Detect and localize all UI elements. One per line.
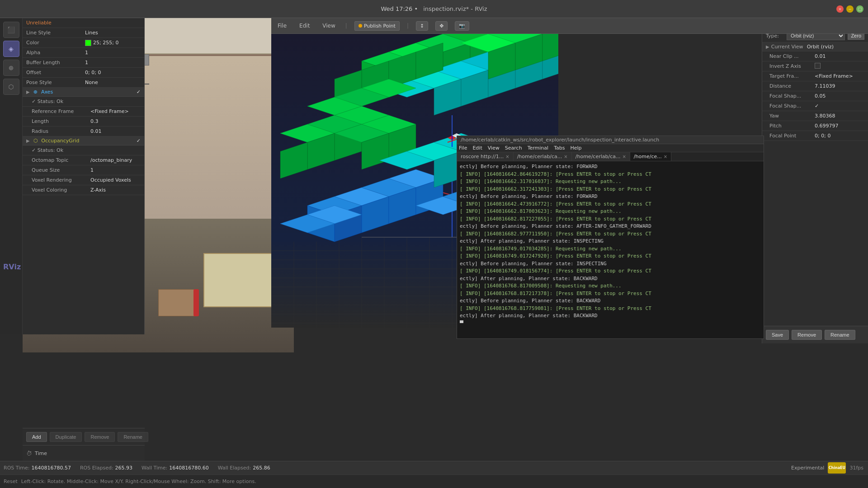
queue-size-value[interactable]: 1: [90, 167, 94, 173]
distance-value[interactable]: 7.11039: [815, 83, 835, 89]
wall-time-item: Wall Time: 1640816780.60: [142, 465, 209, 471]
terminal-tab-3[interactable]: /home/cerlab/ca... ×: [572, 152, 630, 161]
sidebar-icon-terminal[interactable]: ⬛: [3, 22, 19, 38]
reset-label[interactable]: Reset: [4, 479, 18, 484]
pose-style-label: Pose Style: [26, 80, 85, 85]
wall-elapsed-item: Wall Elapsed: 265.86: [218, 465, 270, 471]
camera-tool-button[interactable]: 📷: [455, 21, 469, 31]
tab-2-close[interactable]: ×: [564, 154, 567, 159]
minimize-button[interactable]: −: [846, 5, 854, 13]
interact-tool-button[interactable]: ↕: [416, 21, 428, 31]
target-frame-value[interactable]: <Fixed Frame>: [815, 73, 853, 79]
terminal-menu-search[interactable]: Search: [505, 145, 522, 151]
near-clip-value[interactable]: 0.01: [815, 53, 826, 59]
tab-3-close[interactable]: ×: [622, 154, 626, 159]
views-remove-button[interactable]: Remove: [792, 330, 822, 340]
maximize-button[interactable]: □: [856, 5, 863, 13]
help-bar: Reset Left-Click: Rotate. Middle-Click: …: [0, 474, 868, 488]
publish-point-button[interactable]: Publish Point: [354, 21, 400, 31]
axes-section-header[interactable]: ▶ ⊕ Axes ✓: [23, 88, 144, 97]
focal-shape1-label: Focal Shap...: [769, 93, 815, 99]
help-text: Left-Click: Rotate. Middle-Click: Move X…: [21, 479, 256, 484]
move-icon: ✥: [439, 23, 443, 29]
ros-time-value: 1640816780.57: [31, 465, 71, 471]
offset-value[interactable]: 0; 0; 0: [85, 70, 101, 75]
focal-shape2-value[interactable]: ✓: [815, 103, 819, 109]
terminal-menu-tabs[interactable]: Tabs: [554, 145, 565, 151]
pitch-label: Pitch: [769, 123, 815, 129]
pitch-value[interactable]: 0.699797: [815, 123, 839, 129]
current-view-header: ▶ Current View Orbit (rviz): [762, 42, 868, 52]
alpha-value[interactable]: 1: [85, 50, 88, 56]
term-line-4: [ INFO] [1640816662.317241303]: [Press E…: [460, 186, 761, 193]
buffer-length-label: Buffer Length: [26, 60, 85, 66]
fire-extinguisher: [193, 289, 199, 316]
terminal-menu-terminal[interactable]: Terminal: [528, 145, 549, 151]
voxel-rendering-label: Voxel Rendering: [32, 177, 90, 183]
term-line-10: [ INFO] [1640816682.977711950]: [Press E…: [460, 230, 761, 238]
time-icon: ⏱: [26, 450, 32, 457]
terminal-menu-help[interactable]: Help: [571, 145, 582, 151]
buffer-length-value[interactable]: 1: [85, 60, 88, 66]
sidebar-icon-3d[interactable]: ⬡: [3, 79, 19, 95]
menu-item-view[interactable]: View: [320, 22, 338, 30]
voxel-coloring-value[interactable]: Z-Axis: [90, 187, 106, 193]
ros-time-label: ROS Time:: [4, 465, 29, 471]
views-rename-button[interactable]: Rename: [825, 330, 855, 340]
yaw-value[interactable]: 3.80368: [815, 113, 835, 119]
rename-button[interactable]: Rename: [118, 432, 148, 442]
occupancy-grid-section-header[interactable]: ▶ ⬡ OccupancyGrid ✓: [23, 136, 144, 145]
separator2: |: [407, 23, 409, 29]
time-section: ⏱ Time: [23, 445, 145, 461]
color-value[interactable]: 25; 255; 0: [85, 40, 118, 46]
near-clip-row: Near Clip ... 0.01: [762, 52, 868, 61]
invert-z-value[interactable]: [815, 63, 821, 70]
line-style-value[interactable]: Lines: [85, 30, 98, 36]
views-action-bar: Save Remove Rename: [762, 326, 868, 343]
axes-expand-arrow: ▶: [26, 89, 30, 94]
terminal-menu-file[interactable]: File: [459, 145, 467, 151]
status-bar: ROS Time: 1640816780.57 ROS Elapsed: 265…: [0, 461, 868, 474]
remove-button[interactable]: Remove: [85, 432, 115, 442]
focal-shape1-value[interactable]: 0.05: [815, 93, 826, 99]
menu-item-file[interactable]: File: [275, 22, 289, 30]
term-line-14: ectly] Before planning, Planner state: I…: [460, 260, 761, 268]
invert-z-row: Invert Z Axis: [762, 61, 868, 71]
ros-elapsed-item: ROS Elapsed: 265.93: [80, 465, 132, 471]
focal-point-value[interactable]: 0; 0; 0: [815, 133, 830, 139]
color-swatch[interactable]: [85, 40, 91, 46]
invert-z-checkbox[interactable]: [815, 63, 821, 69]
add-button[interactable]: Add: [26, 432, 47, 442]
terminal-menu-edit[interactable]: Edit: [472, 145, 482, 151]
buffer-length-row: Buffer Length 1: [23, 58, 144, 68]
menu-item-edit[interactable]: Edit: [297, 22, 312, 30]
terminal-menu-view[interactable]: View: [488, 145, 500, 151]
close-button[interactable]: ×: [836, 5, 844, 13]
term-line-11: ectly] After planning, Planner state: IN…: [460, 238, 761, 245]
move-tool-button[interactable]: ✥: [435, 21, 448, 31]
duplicate-button[interactable]: Duplicate: [50, 432, 82, 442]
axes-checkbox[interactable]: ✓: [137, 89, 141, 95]
axes-length-value[interactable]: 0.3: [90, 118, 99, 124]
voxel-rendering-value[interactable]: Occupied Voxels: [90, 177, 131, 183]
sidebar-icon-rviz[interactable]: ◈: [3, 41, 19, 57]
axes-radius-value[interactable]: 0.01: [90, 128, 102, 134]
occupancy-check-icon: ✓: [137, 138, 141, 144]
views-save-button[interactable]: Save: [766, 330, 789, 340]
octomap-topic-value[interactable]: /octomap_binary: [90, 157, 132, 163]
distance-label: Distance: [769, 83, 815, 89]
term-line-21: ectly] After planning, Planner state: BA…: [460, 312, 761, 320]
terminal-tab-2[interactable]: /home/cerlab/ca... ×: [514, 152, 572, 161]
terminal-tab-1[interactable]: roscore http://1... ×: [457, 152, 514, 161]
sidebar-icon-map[interactable]: ⊕: [3, 60, 19, 76]
occupancy-checkbox[interactable]: ✓: [137, 138, 141, 144]
term-line-7: [ INFO] [1640816662.817003623]: Requesti…: [460, 208, 761, 216]
reference-frame-value[interactable]: <Fixed Frame>: [90, 108, 129, 114]
pose-style-value[interactable]: None: [85, 80, 98, 85]
terminal-content[interactable]: ectly] Before planning, Planner state: F…: [457, 161, 764, 323]
window-title: Wed 17:26 •: [381, 5, 418, 12]
tab-2-label: /home/cerlab/ca...: [517, 154, 562, 160]
tab-1-close[interactable]: ×: [505, 154, 509, 159]
terminal-tab-4[interactable]: /home/ce... ×: [630, 152, 671, 161]
tab-4-close[interactable]: ×: [664, 154, 667, 159]
